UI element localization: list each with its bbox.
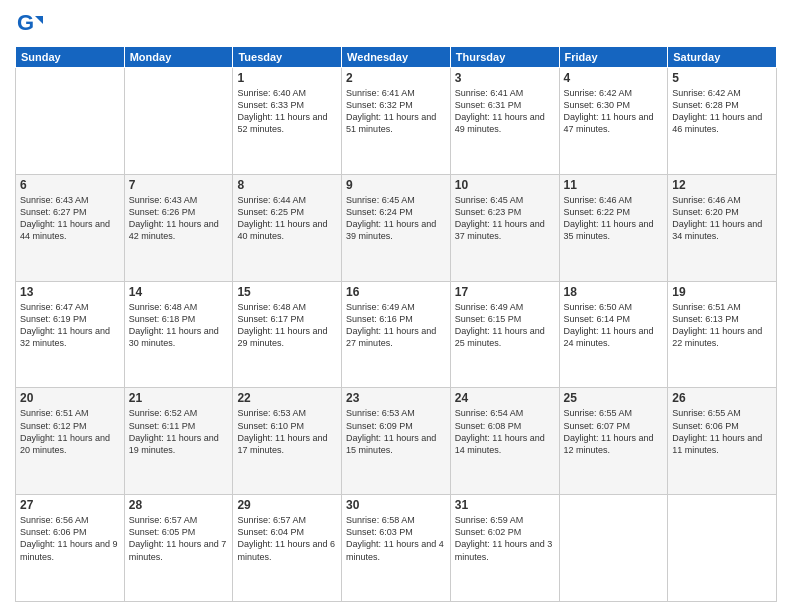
day-cell: 31Sunrise: 6:59 AM Sunset: 6:02 PM Dayli… [450,495,559,602]
day-detail: Sunrise: 6:53 AM Sunset: 6:09 PM Dayligh… [346,407,446,456]
day-detail: Sunrise: 6:45 AM Sunset: 6:24 PM Dayligh… [346,194,446,243]
day-cell [559,495,668,602]
day-cell: 29Sunrise: 6:57 AM Sunset: 6:04 PM Dayli… [233,495,342,602]
day-detail: Sunrise: 6:58 AM Sunset: 6:03 PM Dayligh… [346,514,446,563]
day-detail: Sunrise: 6:46 AM Sunset: 6:20 PM Dayligh… [672,194,772,243]
day-detail: Sunrise: 6:43 AM Sunset: 6:27 PM Dayligh… [20,194,120,243]
weekday-header-monday: Monday [124,47,233,68]
weekday-header-tuesday: Tuesday [233,47,342,68]
day-cell: 10Sunrise: 6:45 AM Sunset: 6:23 PM Dayli… [450,174,559,281]
day-detail: Sunrise: 6:59 AM Sunset: 6:02 PM Dayligh… [455,514,555,563]
day-cell: 14Sunrise: 6:48 AM Sunset: 6:18 PM Dayli… [124,281,233,388]
day-number: 6 [20,178,120,192]
day-number: 22 [237,391,337,405]
day-cell: 5Sunrise: 6:42 AM Sunset: 6:28 PM Daylig… [668,68,777,175]
day-cell: 24Sunrise: 6:54 AM Sunset: 6:08 PM Dayli… [450,388,559,495]
week-row-5: 27Sunrise: 6:56 AM Sunset: 6:06 PM Dayli… [16,495,777,602]
day-cell: 28Sunrise: 6:57 AM Sunset: 6:05 PM Dayli… [124,495,233,602]
day-cell: 21Sunrise: 6:52 AM Sunset: 6:11 PM Dayli… [124,388,233,495]
day-cell: 16Sunrise: 6:49 AM Sunset: 6:16 PM Dayli… [342,281,451,388]
day-number: 28 [129,498,229,512]
weekday-header-sunday: Sunday [16,47,125,68]
logo-icon: G [15,10,43,38]
week-row-1: 1Sunrise: 6:40 AM Sunset: 6:33 PM Daylig… [16,68,777,175]
day-cell: 8Sunrise: 6:44 AM Sunset: 6:25 PM Daylig… [233,174,342,281]
day-number: 30 [346,498,446,512]
day-cell: 12Sunrise: 6:46 AM Sunset: 6:20 PM Dayli… [668,174,777,281]
day-detail: Sunrise: 6:41 AM Sunset: 6:32 PM Dayligh… [346,87,446,136]
day-number: 23 [346,391,446,405]
header: G [15,10,777,38]
day-cell [668,495,777,602]
day-detail: Sunrise: 6:53 AM Sunset: 6:10 PM Dayligh… [237,407,337,456]
day-cell: 20Sunrise: 6:51 AM Sunset: 6:12 PM Dayli… [16,388,125,495]
day-cell: 30Sunrise: 6:58 AM Sunset: 6:03 PM Dayli… [342,495,451,602]
day-number: 31 [455,498,555,512]
day-cell: 9Sunrise: 6:45 AM Sunset: 6:24 PM Daylig… [342,174,451,281]
day-detail: Sunrise: 6:45 AM Sunset: 6:23 PM Dayligh… [455,194,555,243]
weekday-header-saturday: Saturday [668,47,777,68]
day-number: 12 [672,178,772,192]
day-cell: 4Sunrise: 6:42 AM Sunset: 6:30 PM Daylig… [559,68,668,175]
week-row-4: 20Sunrise: 6:51 AM Sunset: 6:12 PM Dayli… [16,388,777,495]
day-detail: Sunrise: 6:54 AM Sunset: 6:08 PM Dayligh… [455,407,555,456]
day-cell: 26Sunrise: 6:55 AM Sunset: 6:06 PM Dayli… [668,388,777,495]
day-cell: 11Sunrise: 6:46 AM Sunset: 6:22 PM Dayli… [559,174,668,281]
day-cell: 13Sunrise: 6:47 AM Sunset: 6:19 PM Dayli… [16,281,125,388]
calendar-table: SundayMondayTuesdayWednesdayThursdayFrid… [15,46,777,602]
day-cell: 2Sunrise: 6:41 AM Sunset: 6:32 PM Daylig… [342,68,451,175]
day-cell: 25Sunrise: 6:55 AM Sunset: 6:07 PM Dayli… [559,388,668,495]
day-detail: Sunrise: 6:42 AM Sunset: 6:28 PM Dayligh… [672,87,772,136]
day-cell: 7Sunrise: 6:43 AM Sunset: 6:26 PM Daylig… [124,174,233,281]
day-number: 4 [564,71,664,85]
day-number: 29 [237,498,337,512]
day-detail: Sunrise: 6:44 AM Sunset: 6:25 PM Dayligh… [237,194,337,243]
day-cell: 1Sunrise: 6:40 AM Sunset: 6:33 PM Daylig… [233,68,342,175]
day-number: 16 [346,285,446,299]
day-cell: 6Sunrise: 6:43 AM Sunset: 6:27 PM Daylig… [16,174,125,281]
day-detail: Sunrise: 6:47 AM Sunset: 6:19 PM Dayligh… [20,301,120,350]
day-cell: 17Sunrise: 6:49 AM Sunset: 6:15 PM Dayli… [450,281,559,388]
day-number: 10 [455,178,555,192]
day-detail: Sunrise: 6:41 AM Sunset: 6:31 PM Dayligh… [455,87,555,136]
day-number: 21 [129,391,229,405]
svg-text:G: G [17,10,34,35]
day-detail: Sunrise: 6:50 AM Sunset: 6:14 PM Dayligh… [564,301,664,350]
day-detail: Sunrise: 6:40 AM Sunset: 6:33 PM Dayligh… [237,87,337,136]
day-number: 19 [672,285,772,299]
day-cell [124,68,233,175]
day-cell: 19Sunrise: 6:51 AM Sunset: 6:13 PM Dayli… [668,281,777,388]
day-number: 3 [455,71,555,85]
day-cell: 3Sunrise: 6:41 AM Sunset: 6:31 PM Daylig… [450,68,559,175]
day-number: 18 [564,285,664,299]
day-number: 1 [237,71,337,85]
weekday-header-friday: Friday [559,47,668,68]
day-detail: Sunrise: 6:55 AM Sunset: 6:06 PM Dayligh… [672,407,772,456]
week-row-3: 13Sunrise: 6:47 AM Sunset: 6:19 PM Dayli… [16,281,777,388]
weekday-header-row: SundayMondayTuesdayWednesdayThursdayFrid… [16,47,777,68]
day-detail: Sunrise: 6:48 AM Sunset: 6:18 PM Dayligh… [129,301,229,350]
day-number: 7 [129,178,229,192]
weekday-header-wednesday: Wednesday [342,47,451,68]
day-cell: 27Sunrise: 6:56 AM Sunset: 6:06 PM Dayli… [16,495,125,602]
day-number: 5 [672,71,772,85]
day-number: 11 [564,178,664,192]
day-detail: Sunrise: 6:55 AM Sunset: 6:07 PM Dayligh… [564,407,664,456]
day-number: 24 [455,391,555,405]
day-number: 26 [672,391,772,405]
day-number: 13 [20,285,120,299]
svg-marker-1 [35,16,43,24]
day-detail: Sunrise: 6:51 AM Sunset: 6:13 PM Dayligh… [672,301,772,350]
day-detail: Sunrise: 6:51 AM Sunset: 6:12 PM Dayligh… [20,407,120,456]
day-number: 15 [237,285,337,299]
day-detail: Sunrise: 6:52 AM Sunset: 6:11 PM Dayligh… [129,407,229,456]
day-cell [16,68,125,175]
day-number: 27 [20,498,120,512]
day-number: 8 [237,178,337,192]
day-detail: Sunrise: 6:49 AM Sunset: 6:15 PM Dayligh… [455,301,555,350]
weekday-header-thursday: Thursday [450,47,559,68]
day-cell: 22Sunrise: 6:53 AM Sunset: 6:10 PM Dayli… [233,388,342,495]
day-detail: Sunrise: 6:48 AM Sunset: 6:17 PM Dayligh… [237,301,337,350]
day-number: 9 [346,178,446,192]
day-detail: Sunrise: 6:57 AM Sunset: 6:05 PM Dayligh… [129,514,229,563]
